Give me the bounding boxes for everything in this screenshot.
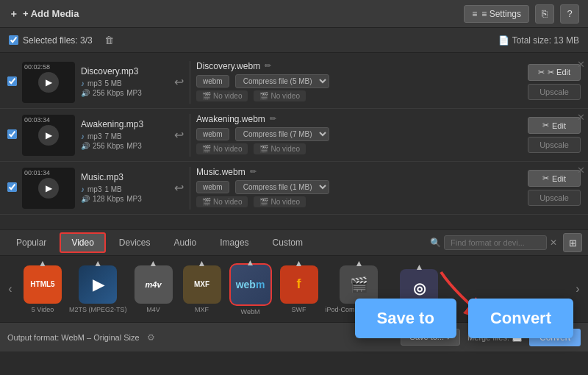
search-icon: 🔍 (430, 238, 441, 248)
mxf-icon: ▲ MXF (183, 265, 221, 304)
clear-search-icon[interactable]: ✕ (550, 238, 557, 248)
menu-icon: ≡ (472, 9, 477, 19)
file3-actions: ✂ Edit Upscale (522, 170, 581, 206)
format-m4v[interactable]: ▲ m4v M4V (132, 265, 176, 313)
file3-upscale-button[interactable]: Upscale (528, 190, 581, 206)
convert-arrow2-icon[interactable]: ↩ (168, 128, 190, 142)
select-all-checkbox[interactable]: Selected files: 3/3 (9, 35, 93, 46)
no-video4-icon: 🎬 (259, 145, 268, 153)
format-swf[interactable]: ▲ f SWF (277, 265, 321, 313)
file3-play-button[interactable]: ▶ (38, 178, 59, 199)
add-media-button[interactable]: ＋ + Add Media (9, 7, 79, 21)
no-video3-icon: 🎬 (202, 145, 211, 153)
file1-upscale-button[interactable]: Upscale (528, 84, 581, 100)
total-size-label: 📄 Total size: 13 MB (498, 35, 579, 46)
file2-upscale-button[interactable]: Upscale (528, 137, 581, 153)
format-html5[interactable]: ▲ HTML5 5 Video (21, 265, 65, 313)
scissors3-icon: ✂ (542, 174, 549, 183)
save-to-overlay-button[interactable]: Save to (355, 299, 456, 338)
share-icon: ⎘ (542, 8, 548, 19)
up-arrow3-icon: ▲ (149, 258, 158, 268)
webm-icon: ▲ webm (229, 263, 272, 306)
file2-play-button[interactable]: ▶ (38, 125, 59, 146)
edit-name2-icon[interactable]: ✏ (270, 114, 276, 124)
file2-output-info: Awakening.webm ✏ webm Compress file (7 M… (190, 114, 522, 157)
file1-checkbox[interactable] (7, 76, 22, 88)
settings-button[interactable]: ≡ ≡ Settings (464, 5, 529, 23)
html5-icon: ▲ HTML5 (24, 265, 62, 304)
up-arrow6-icon: ▲ (295, 258, 304, 268)
swf-icon: ▲ f (280, 265, 318, 304)
share-button[interactable]: ⎘ (535, 4, 554, 24)
file2-thumbnail: 00:03:34 ▶ (22, 115, 75, 156)
music2-icon: ♪ (81, 132, 85, 140)
file2-close-icon[interactable]: ✕ (577, 112, 585, 123)
file2-edit-button[interactable]: ✂ Edit (528, 117, 581, 134)
no-video5-icon: 🎬 (202, 198, 211, 206)
carousel-left-arrow[interactable]: ‹ (3, 256, 18, 322)
format-search-input[interactable] (444, 235, 547, 250)
up-arrow2-icon: ▲ (93, 258, 102, 268)
tab-devices[interactable]: Devices (109, 234, 161, 251)
file1-play-button[interactable]: ▶ (38, 72, 59, 93)
file1-edit-button[interactable]: ✂ ✂ Edit (528, 64, 581, 81)
file3-thumbnail: 00:01:34 ▶ (22, 168, 75, 209)
table-row: 00:02:58 ▶ Discovery.mp3 ♪ mp3 5 MB 🔊 25… (0, 56, 588, 109)
file3-close-icon[interactable]: ✕ (577, 165, 585, 176)
no-video6-icon: 🎬 (259, 198, 268, 206)
delete-icon[interactable]: 🗑 (104, 35, 114, 46)
selection-bar: Selected files: 3/3 🗑 📄 Total size: 13 M… (0, 28, 588, 53)
audio3-icon: 🔊 (81, 195, 90, 203)
convert-arrow-icon[interactable]: ↩ (168, 75, 190, 89)
compress-select[interactable]: Compress file (5 MB) (235, 74, 329, 88)
file2-checkbox[interactable] (7, 129, 22, 141)
up-arrow5-icon: ▲ (246, 257, 255, 268)
file1-thumbnail: 00:02:58 ▶ (22, 62, 75, 103)
tab-images[interactable]: Images (209, 234, 259, 251)
tab-video[interactable]: Video (60, 232, 105, 253)
convert-overlay-button[interactable]: Convert (468, 299, 573, 338)
format-webm[interactable]: ▲ webm WebM (229, 263, 273, 315)
tab-audio[interactable]: Audio (164, 234, 207, 251)
gear-icon[interactable]: ⚙ (147, 332, 155, 343)
edit-name3-icon[interactable]: ✏ (250, 167, 257, 176)
no-video-icon: 🎬 (202, 92, 211, 100)
format-search-container: 🔍 ✕ ⊞ (430, 233, 582, 252)
tab-popular[interactable]: Popular (6, 234, 57, 251)
edit-name-icon[interactable]: ✏ (265, 61, 271, 71)
ipod-icon: ▲ 🎬 (340, 265, 378, 304)
file1-info: Discovery.mp3 ♪ mp3 5 MB 🔊 256 Kbps MP3 (81, 66, 162, 99)
compress-select3[interactable]: Compress file (1 MB) (235, 180, 329, 194)
music3-icon: ♪ (81, 185, 85, 193)
tab-custom[interactable]: Custom (262, 234, 313, 251)
convert-arrow3-icon[interactable]: ↩ (168, 181, 190, 195)
grid-view-icon[interactable]: ⊞ (563, 233, 582, 252)
file2-info: Awakening.mp3 ♪ mp3 7 MB 🔊 256 Kbps MP3 (81, 119, 162, 151)
no-video2-icon: 🎬 (259, 92, 268, 100)
music-icon: ♪ (81, 79, 85, 88)
file3-info: Music.mp3 ♪ mp3 1 MB 🔊 128 Kbps MP3 (81, 172, 162, 204)
plus-icon: ＋ (9, 7, 18, 21)
file-list: 00:02:58 ▶ Discovery.mp3 ♪ mp3 5 MB 🔊 25… (0, 53, 588, 229)
scissors-icon: ✂ (538, 68, 545, 77)
file1-output-info: Discovery.webm ✏ webm Compress file (5 M… (190, 61, 522, 104)
file2-actions: ✂ Edit Upscale (522, 117, 581, 153)
file3-edit-button[interactable]: ✂ Edit (528, 170, 581, 187)
output-format-label: Output format: WebM – Original Size (7, 333, 140, 342)
help-button[interactable]: ? (560, 4, 579, 24)
help-icon: ? (567, 8, 572, 19)
scissors2-icon: ✂ (542, 121, 549, 130)
up-arrow4-icon: ▲ (198, 258, 207, 268)
format-mts[interactable]: ▲ ▶ M2TS (MPEG2-TS) (69, 265, 127, 313)
toolbar-right: ≡ ≡ Settings ⎘ ? (464, 4, 579, 24)
up-arrow8-icon: ▲ (415, 262, 423, 272)
file1-close-icon[interactable]: ✕ (577, 59, 585, 70)
file3-checkbox[interactable] (7, 182, 22, 194)
format-tabs: Popular Video Devices Audio Images Custo… (0, 229, 588, 256)
format-mxf[interactable]: ▲ MXF MXF (180, 265, 224, 313)
file3-output-info: Music.webm ✏ webm Compress file (1 MB) 🎬… (190, 167, 522, 210)
audio2-icon: 🔊 (81, 142, 90, 150)
top-toolbar: ＋ + Add Media ≡ ≡ Settings ⎘ ? (0, 0, 588, 28)
file-icon: 📄 (498, 35, 509, 46)
compress-select2[interactable]: Compress file (7 MB) (235, 127, 329, 141)
